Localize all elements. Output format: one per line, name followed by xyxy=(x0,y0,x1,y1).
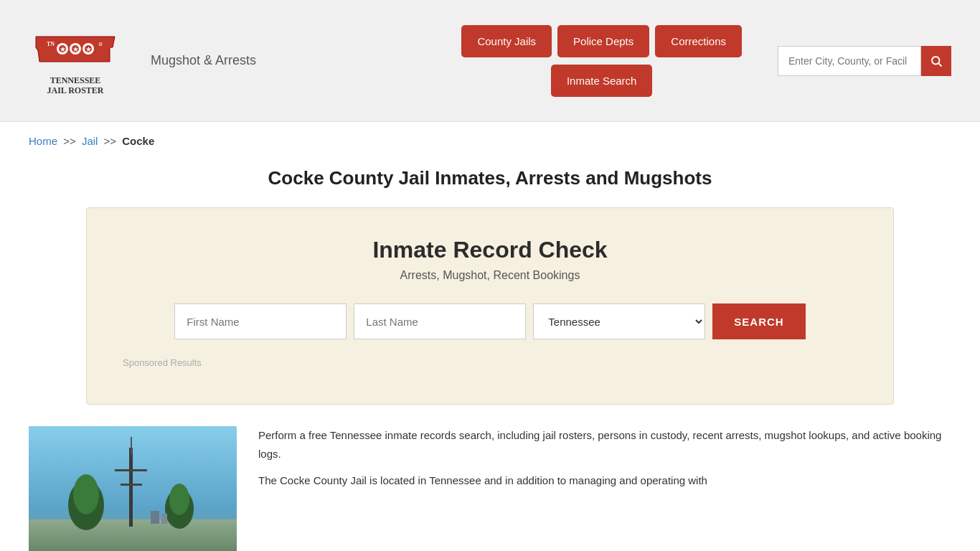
header-search-button[interactable] xyxy=(921,46,951,76)
svg-rect-17 xyxy=(131,437,132,455)
mugshot-label: Mugshot & Arrests xyxy=(151,53,256,68)
nav-row-top: County Jails Police Depts Corrections xyxy=(461,25,742,57)
first-name-input[interactable] xyxy=(174,303,347,339)
breadcrumb-current: Cocke xyxy=(122,135,154,147)
nav-row-bottom: Inmate Search xyxy=(551,65,653,97)
svg-rect-19 xyxy=(121,484,142,486)
record-check-box: Inmate Record Check Arrests, Mugshot, Re… xyxy=(86,207,894,405)
search-icon xyxy=(930,55,943,67)
page-title: Cocke County Jail Inmates, Arrests and M… xyxy=(29,167,951,189)
last-name-input[interactable] xyxy=(354,303,526,339)
record-check-title: Inmate Record Check xyxy=(123,237,857,263)
header-search-input[interactable] xyxy=(778,46,921,76)
svg-line-13 xyxy=(938,63,941,66)
svg-point-21 xyxy=(73,474,99,514)
site-name: TENNESSEE JAIL ROSTER xyxy=(47,75,103,96)
header-search-area xyxy=(778,46,951,76)
breadcrumb-home[interactable]: Home xyxy=(29,135,57,147)
content-illustration xyxy=(29,426,237,551)
svg-point-23 xyxy=(169,484,189,515)
site-header: ★ ★ ★ TN ⚙ TENNESSEE JAIL ROSTER Mugshot… xyxy=(0,0,980,122)
record-check-subtitle: Arrests, Mugshot, Recent Bookings xyxy=(123,269,857,282)
breadcrumb-jail[interactable]: Jail xyxy=(82,135,98,147)
content-text: Perform a free Tennessee inmate records … xyxy=(258,426,951,499)
svg-text:★: ★ xyxy=(72,45,79,53)
svg-text:TN: TN xyxy=(47,41,55,47)
breadcrumb-sep1: >> xyxy=(63,135,76,147)
svg-text:★: ★ xyxy=(85,45,92,53)
county-jails-btn[interactable]: County Jails xyxy=(461,25,552,57)
content-paragraph-1: Perform a free Tennessee inmate records … xyxy=(258,426,951,463)
content-paragraph-2: The Cocke County Jail is located in Tenn… xyxy=(258,471,951,490)
breadcrumb-sep2: >> xyxy=(104,135,117,147)
svg-text:★: ★ xyxy=(60,45,66,53)
svg-rect-25 xyxy=(161,514,167,524)
sponsored-results: Sponsored Results xyxy=(123,357,857,368)
svg-rect-16 xyxy=(129,448,133,527)
site-logo: ★ ★ ★ TN ⚙ xyxy=(32,26,118,72)
search-submit-btn[interactable]: SEARCH xyxy=(712,303,805,339)
svg-rect-18 xyxy=(115,469,147,471)
corrections-btn[interactable]: Corrections xyxy=(655,25,742,57)
breadcrumb: Home >> Jail >> Cocke xyxy=(0,122,980,160)
svg-rect-24 xyxy=(151,511,159,524)
logo-area: ★ ★ ★ TN ⚙ TENNESSEE JAIL ROSTER xyxy=(29,26,122,96)
police-depts-btn[interactable]: Police Depts xyxy=(557,25,649,57)
content-image xyxy=(29,426,237,551)
inmate-search-form: Tennessee Alabama Alaska Arizona Arkansa… xyxy=(123,303,857,339)
inmate-search-btn[interactable]: Inmate Search xyxy=(551,65,653,97)
nav-area: County Jails Police Depts Corrections In… xyxy=(461,25,742,97)
content-section: Perform a free Tennessee inmate records … xyxy=(0,426,980,551)
svg-text:⚙: ⚙ xyxy=(98,42,103,47)
state-select[interactable]: Tennessee Alabama Alaska Arizona Arkansa… xyxy=(533,303,705,339)
svg-point-12 xyxy=(932,57,940,65)
